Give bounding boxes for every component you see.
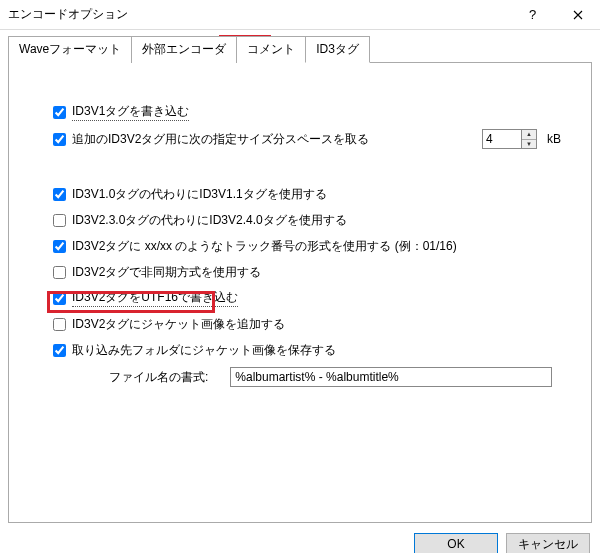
dialog-footer: OK キャンセル — [0, 523, 600, 553]
input-size-kb[interactable] — [482, 129, 522, 149]
checkbox-v11[interactable] — [53, 188, 66, 201]
row-v11: ID3V1.0タグの代わりにID3V1.1タグを使用する — [53, 185, 561, 203]
row-jacket-add: ID3V2タグにジャケット画像を追加する — [53, 315, 561, 333]
checkbox-write-id3v1[interactable] — [53, 106, 66, 119]
window-title: エンコードオプション — [8, 6, 510, 23]
label-filename-format: ファイル名の書式: — [109, 369, 208, 386]
tab-comment[interactable]: コメント — [236, 36, 306, 63]
checkbox-extra-space[interactable] — [53, 133, 66, 146]
label-jacket-save: 取り込み先フォルダにジャケット画像を保存する — [72, 342, 336, 359]
close-button[interactable] — [555, 0, 600, 30]
spinner-down-icon[interactable]: ▼ — [522, 140, 536, 149]
checkbox-unsync[interactable] — [53, 266, 66, 279]
label-kb: kB — [547, 132, 561, 146]
checkbox-jacket-save[interactable] — [53, 344, 66, 357]
label-v11: ID3V1.0タグの代わりにID3V1.1タグを使用する — [72, 186, 327, 203]
label-v240: ID3V2.3.0タグの代わりにID3V2.4.0タグを使用する — [72, 212, 347, 229]
label-utf16: ID3V2タグをUTF16で書き込む — [72, 289, 238, 307]
tab-external-encoder[interactable]: 外部エンコーダ — [131, 36, 237, 63]
checkbox-jacket-add[interactable] — [53, 318, 66, 331]
checkbox-v240[interactable] — [53, 214, 66, 227]
row-filename: ファイル名の書式: — [53, 367, 561, 387]
ok-button[interactable]: OK — [414, 533, 498, 554]
row-v240: ID3V2.3.0タグの代わりにID3V2.4.0タグを使用する — [53, 211, 561, 229]
row-write-id3v1: ID3V1タグを書き込む — [53, 103, 561, 121]
tab-wave-format[interactable]: Waveフォーマット — [8, 36, 132, 63]
spinner-up-icon[interactable]: ▲ — [522, 130, 536, 140]
input-filename-format[interactable] — [230, 367, 552, 387]
label-extra-space: 追加のID3V2タグ用に次の指定サイズ分スペースを取る — [72, 131, 369, 148]
spinner-size-kb[interactable]: ▲ ▼ — [522, 129, 537, 149]
label-tracknum: ID3V2タグに xx/xx のようなトラック番号の形式を使用する (例：01/… — [72, 238, 457, 255]
cancel-button[interactable]: キャンセル — [506, 533, 590, 554]
label-jacket-add: ID3V2タグにジャケット画像を追加する — [72, 316, 285, 333]
tab-id3-tag[interactable]: ID3タグ — [305, 36, 370, 63]
titlebar: エンコードオプション ? — [0, 0, 600, 30]
label-unsync: ID3V2タグで非同期方式を使用する — [72, 264, 261, 281]
row-unsync: ID3V2タグで非同期方式を使用する — [53, 263, 561, 281]
label-write-id3v1: ID3V1タグを書き込む — [72, 103, 189, 121]
row-tracknum: ID3V2タグに xx/xx のようなトラック番号の形式を使用する (例：01/… — [53, 237, 561, 255]
tab-panel: ID3V1タグを書き込む 追加のID3V2タグ用に次の指定サイズ分スペースを取る… — [8, 62, 592, 523]
row-jacket-save: 取り込み先フォルダにジャケット画像を保存する — [53, 341, 561, 359]
checkbox-utf16[interactable] — [53, 292, 66, 305]
row-utf16: ID3V2タグをUTF16で書き込む — [53, 289, 561, 307]
tab-strip: Waveフォーマット 外部エンコーダ コメント ID3タグ — [8, 36, 592, 63]
help-button[interactable]: ? — [510, 0, 555, 30]
checkbox-tracknum[interactable] — [53, 240, 66, 253]
row-extra-space: 追加のID3V2タグ用に次の指定サイズ分スペースを取る ▲ ▼ kB — [53, 129, 561, 149]
